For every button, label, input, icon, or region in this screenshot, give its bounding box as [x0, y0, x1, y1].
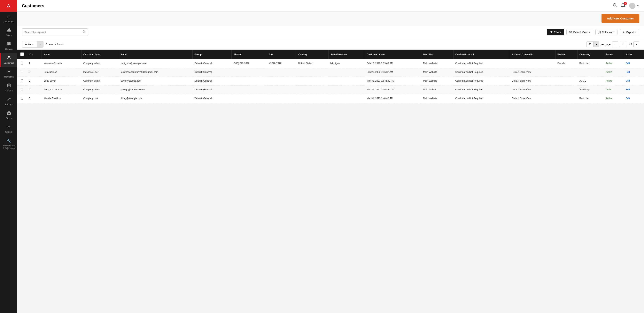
app-logo[interactable]: A [0, 0, 17, 12]
th-account-created-in[interactable]: Account Created in [510, 50, 556, 59]
next-page-button[interactable]: › [634, 41, 639, 47]
sidebar-item-system[interactable]: ⚙ System [0, 122, 17, 136]
sidebar-item-reports[interactable]: Reports [0, 94, 17, 108]
edit-link[interactable]: Edit [626, 97, 630, 100]
th-state[interactable]: State/Province [328, 50, 364, 59]
th-email[interactable]: Email [119, 50, 192, 59]
page-content: Add New Customer Filters Default View [17, 12, 644, 313]
th-website[interactable]: Web Site [421, 50, 453, 59]
row-checkbox[interactable] [21, 97, 24, 99]
search-input[interactable] [24, 31, 82, 34]
cell-action[interactable]: Edit [624, 59, 644, 68]
cell-action[interactable]: Edit [624, 68, 644, 77]
user-menu[interactable] [629, 3, 639, 9]
th-confirmed-email[interactable]: Confirmed email [453, 50, 510, 59]
notifications-icon[interactable]: 3 [621, 3, 625, 8]
sidebar-item-label: Catalog [5, 48, 13, 50]
cell-account-created-in [510, 59, 556, 68]
cell-customer-since: Feb 16, 2022 3:39:49 PM [365, 59, 421, 68]
th-id[interactable]: ID ↓ [27, 50, 42, 59]
cell-customer-type: Company admin [81, 59, 119, 68]
th-group[interactable]: Group [192, 50, 232, 59]
row-checkbox[interactable] [21, 79, 24, 82]
sidebar-item-label: Marketing [4, 76, 14, 78]
th-name[interactable]: Name [42, 50, 82, 59]
sidebar-item-catalog[interactable]: Catalog [0, 39, 17, 53]
cell-checkbox[interactable] [17, 94, 27, 103]
row-checkbox[interactable] [21, 62, 24, 64]
svg-line-16 [616, 6, 617, 7]
search-submit-icon[interactable] [82, 30, 86, 34]
sidebar-item-stores[interactable]: Stores [0, 108, 17, 122]
th-status[interactable]: Status [604, 50, 624, 59]
search-box[interactable] [22, 28, 88, 36]
per-page-select[interactable]: 20 ▼ [586, 41, 599, 47]
add-new-customer-button[interactable]: Add New Customer [602, 14, 639, 23]
th-action: Action [624, 50, 644, 59]
cell-email: george@vandelay.com [119, 85, 192, 94]
view-options: Filters Default View Columns Export [547, 29, 639, 35]
edit-link[interactable]: Edit [626, 71, 630, 73]
cell-checkbox[interactable] [17, 68, 27, 77]
th-gender[interactable]: Gender [556, 50, 578, 59]
actions-arrow[interactable]: ▼ [37, 41, 43, 47]
eye-icon [569, 30, 572, 34]
stores-icon [7, 111, 11, 116]
cell-id: 1 [27, 59, 42, 68]
sidebar-item-dashboard[interactable]: ⊞ Dashboard [0, 12, 17, 25]
th-country[interactable]: Country [296, 50, 328, 59]
edit-link[interactable]: Edit [626, 62, 630, 65]
page-nav: ‹ of 1 › [612, 41, 639, 47]
edit-link[interactable]: Edit [626, 88, 630, 91]
svg-rect-23 [600, 31, 600, 33]
cell-name: Veronica Costello [42, 59, 82, 68]
page-total: of 1 [628, 43, 632, 46]
row-checkbox[interactable] [21, 88, 24, 91]
sidebar-item-customers[interactable]: Customers [0, 53, 17, 67]
th-phone[interactable]: Phone [232, 50, 267, 59]
sidebar-item-find-partners[interactable]: 🔧 Find Partners & Extensions [0, 136, 17, 152]
sidebar-item-label: System [5, 131, 12, 133]
cell-zip [267, 85, 296, 94]
actions-dropdown[interactable]: Actions ▼ [22, 41, 44, 47]
per-page-arrow[interactable]: ▼ [593, 42, 599, 47]
cell-action[interactable]: Edit [624, 77, 644, 85]
cell-checkbox[interactable] [17, 59, 27, 68]
th-customer-since[interactable]: Customer Since [365, 50, 421, 59]
page-input[interactable] [619, 42, 627, 47]
prev-page-button[interactable]: ‹ [612, 41, 618, 47]
catalog-icon [7, 42, 11, 47]
topbar-actions: 3 [613, 3, 639, 9]
cell-action[interactable]: Edit [624, 94, 644, 103]
columns-button[interactable]: Columns [596, 29, 618, 35]
sidebar-item-marketing[interactable]: Marketing [0, 67, 17, 81]
th-zip[interactable]: ZIP [267, 50, 296, 59]
filters-button[interactable]: Filters [547, 29, 564, 35]
th-customer-type[interactable]: Customer Type [81, 50, 119, 59]
cell-status: Active [604, 68, 624, 77]
export-button[interactable]: Export [620, 29, 639, 35]
page-title: Customers [22, 3, 613, 8]
cell-company: Best Life [577, 94, 604, 103]
search-icon[interactable] [613, 3, 617, 8]
sidebar-item-sales[interactable]: Sales [0, 25, 17, 39]
default-view-button[interactable]: Default View [566, 29, 593, 35]
cell-confirmed-email: Confirmation Not Required [453, 77, 510, 85]
th-company[interactable]: Company [577, 50, 604, 59]
cell-id: 4 [27, 85, 42, 94]
cell-status: Active [604, 59, 624, 68]
cell-account-created-in: Default Store View [510, 94, 556, 103]
table-row: 3 Betty Buyer Company admin buyer@aacme.… [17, 77, 644, 85]
cell-action[interactable]: Edit [624, 85, 644, 94]
cell-checkbox[interactable] [17, 85, 27, 94]
chevron-down-icon [613, 31, 615, 33]
sidebar-item-content[interactable]: Content [0, 81, 17, 94]
reports-icon [7, 97, 11, 102]
row-checkbox[interactable] [21, 71, 24, 73]
select-all-checkbox[interactable] [20, 52, 24, 56]
cell-customer-since: Feb 28, 2023 4:46:32 AM [365, 68, 421, 77]
customers-table-wrapper: ID ↓ Name Customer Type Email Group Phon… [17, 50, 644, 103]
cell-checkbox[interactable] [17, 77, 27, 85]
cell-gender: Female [556, 59, 578, 68]
edit-link[interactable]: Edit [626, 79, 630, 82]
